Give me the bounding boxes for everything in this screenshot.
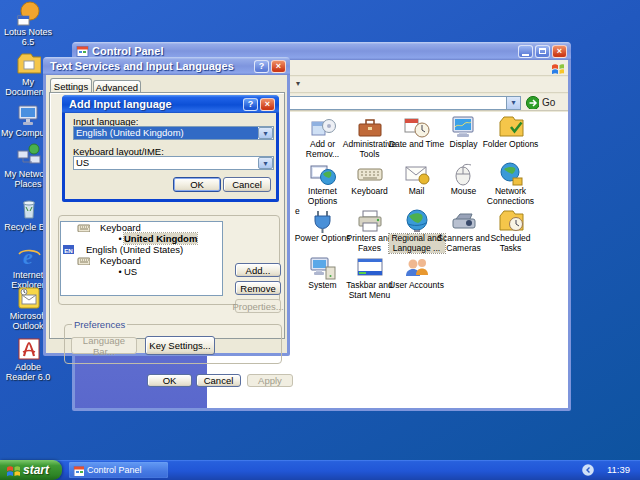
- control-panel-item-icon: [309, 254, 336, 281]
- desktop-icon-image: [15, 195, 41, 221]
- desktop: My Documents My Computer My Network Plac…: [0, 0, 640, 480]
- control-panel-item[interactable]: Printers and Faxes: [346, 207, 393, 254]
- start-button-label: start: [23, 463, 49, 477]
- desktop-icon-image: [15, 142, 41, 168]
- start-button[interactable]: start: [0, 460, 62, 480]
- language-bar-button[interactable]: Language Bar...: [71, 337, 137, 354]
- close-button[interactable]: ×: [552, 45, 567, 58]
- go-button-icon[interactable]: [526, 96, 539, 109]
- control-panel-item[interactable]: Add or Remov...: [299, 113, 346, 160]
- desktop-icon-image: [15, 50, 41, 76]
- control-panel-item-icon: [309, 160, 336, 187]
- control-panel-item[interactable]: Internet Options: [299, 160, 346, 207]
- control-panel-item-icon: [403, 160, 430, 187]
- control-panel-item[interactable]: Folder Options: [487, 113, 534, 160]
- control-panel-item[interactable]: Taskbar and Start Menu: [346, 254, 393, 301]
- list-item[interactable]: • US: [61, 266, 222, 277]
- control-panel-item-icon: [497, 207, 524, 234]
- preferences-group: Preferences Language Bar... Key Settings…: [64, 324, 282, 364]
- control-panel-item-icon: [497, 113, 524, 140]
- control-panel-item[interactable]: System: [299, 254, 346, 301]
- control-panel-item[interactable]: Mail: [393, 160, 440, 207]
- add-input-body: Input language: English (United Kingdom)…: [65, 113, 276, 199]
- help-button[interactable]: ?: [254, 60, 269, 73]
- list-item-label: Keyboard: [100, 255, 141, 266]
- tab-settings[interactable]: Settings: [50, 78, 92, 93]
- list-item-icon: [101, 234, 114, 243]
- control-panel-item[interactable]: Keyboard: [346, 160, 393, 207]
- control-panel-item[interactable]: Regional and Language ...: [393, 207, 440, 254]
- desktop-icon-image: [15, 284, 41, 310]
- control-panel-item-icon: [450, 160, 477, 187]
- dialog-title: Text Services and Input Languages: [50, 60, 252, 72]
- desktop-icon[interactable]: Lotus Notes 6.5: [0, 0, 56, 47]
- cancel-button[interactable]: Cancel: [196, 374, 241, 387]
- maximize-button[interactable]: [535, 45, 550, 58]
- help-button[interactable]: ?: [243, 98, 258, 111]
- list-item[interactable]: • United Kingdom: [61, 233, 222, 244]
- list-item-bullet: •: [116, 234, 124, 244]
- control-panel-item-icon: [356, 160, 383, 187]
- control-panel-item[interactable]: User Accounts: [393, 254, 440, 301]
- control-panel-item-icon: [497, 160, 524, 187]
- desktop-icon-image: e: [15, 243, 41, 269]
- control-panel-item-label: Network Connections: [483, 187, 539, 206]
- add-input-titlebar[interactable]: Add Input language ? ×: [62, 95, 279, 113]
- input-language-value: English (United Kingdom): [74, 127, 258, 139]
- control-panel-item-icon: [356, 207, 383, 234]
- desktop-icon-image: [15, 0, 41, 26]
- task-button-icon: [73, 465, 84, 476]
- start-flag-icon: [6, 463, 20, 477]
- list-item[interactable]: EN English (United States): [61, 244, 222, 255]
- list-item-label: Keyboard: [100, 222, 141, 233]
- minimize-button[interactable]: [518, 45, 533, 58]
- desktop-icon-label: Adobe Reader 6.0: [1, 362, 55, 382]
- control-panel-item-icon: [450, 113, 477, 140]
- apply-button[interactable]: Apply: [247, 374, 293, 387]
- remove-button[interactable]: Remove: [235, 281, 281, 295]
- taskbar-clock: 11:39: [607, 464, 630, 475]
- taskbar-task-control-panel[interactable]: Control Panel: [69, 462, 168, 478]
- close-button[interactable]: ×: [271, 60, 286, 73]
- key-settings-button[interactable]: Key Settings...: [145, 336, 215, 355]
- svg-text:e: e: [23, 244, 33, 269]
- combo-dropdown-icon[interactable]: ▾: [258, 157, 273, 169]
- window-title: Control Panel: [92, 45, 516, 57]
- windows-logo-icon: [551, 61, 564, 74]
- close-button[interactable]: ×: [260, 98, 275, 111]
- control-panel-item[interactable]: Administrative Tools: [346, 113, 393, 160]
- control-panel-item[interactable]: Display: [440, 113, 487, 160]
- list-item[interactable]: Keyboard: [61, 222, 222, 233]
- control-panel-item[interactable]: Scanners and Cameras: [440, 207, 487, 254]
- properties-button[interactable]: Properties...: [235, 299, 281, 313]
- hide-icons-chevron-icon[interactable]: [582, 464, 594, 476]
- list-item-icon: [77, 223, 90, 232]
- desktop-icon-image: [15, 101, 41, 127]
- text-services-titlebar[interactable]: Text Services and Input Languages ? ×: [43, 57, 290, 75]
- control-panel-item[interactable]: Date and Time: [393, 113, 440, 160]
- control-panel-item-icon: [403, 254, 430, 281]
- control-panel-item-icon: [450, 207, 477, 234]
- control-panel-item[interactable]: Mouse: [440, 160, 487, 207]
- go-button-label[interactable]: Go: [542, 97, 555, 108]
- control-panel-item[interactable]: Scheduled Tasks: [487, 207, 534, 254]
- ok-button[interactable]: OK: [147, 374, 192, 387]
- input-language-combo[interactable]: English (United Kingdom) ▾: [73, 126, 274, 140]
- ok-button[interactable]: OK: [173, 177, 221, 192]
- list-item-icon: [101, 267, 114, 276]
- toolbar-dropdown-icon[interactable]: ▾: [296, 79, 300, 88]
- combo-dropdown-icon[interactable]: ▾: [258, 127, 273, 139]
- control-panel-item[interactable]: Network Connections: [487, 160, 534, 207]
- control-panel-item-icon: [356, 254, 383, 281]
- list-item-bullet: •: [116, 267, 124, 277]
- dialog-title: Add Input language: [69, 98, 241, 110]
- list-item[interactable]: Keyboard: [61, 255, 222, 266]
- address-dropdown-icon[interactable]: ▾: [506, 97, 520, 109]
- installed-services-list[interactable]: Keyboard • United Kingdom EN English (Un: [60, 221, 223, 296]
- keyboard-layout-combo[interactable]: US ▾: [73, 156, 274, 170]
- cancel-button[interactable]: Cancel: [223, 177, 271, 192]
- control-panel-item[interactable]: Power Options: [299, 207, 346, 254]
- add-button[interactable]: Add...: [235, 263, 281, 277]
- control-panel-item-label: Scheduled Tasks: [483, 234, 539, 253]
- list-item-label: English (United States): [86, 244, 183, 255]
